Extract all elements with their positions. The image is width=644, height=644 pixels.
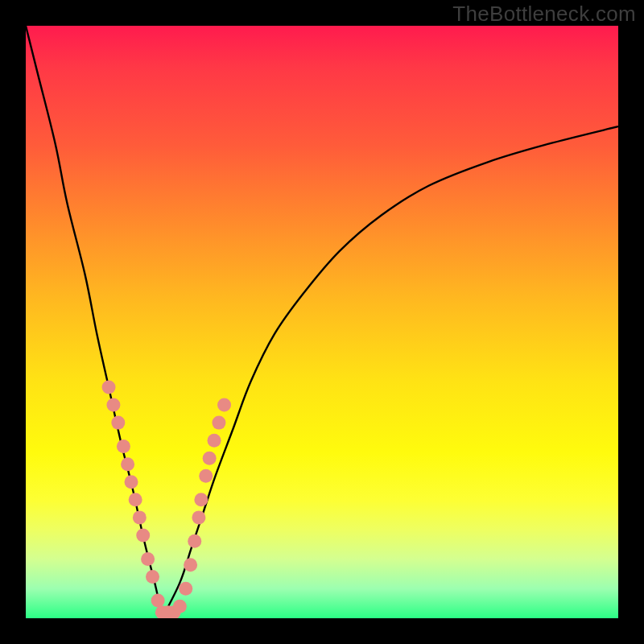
chart-plot-area bbox=[26, 26, 618, 618]
watermark-text: TheBottleneck.com bbox=[452, 2, 636, 27]
chart-frame: TheBottleneck.com bbox=[0, 0, 644, 644]
